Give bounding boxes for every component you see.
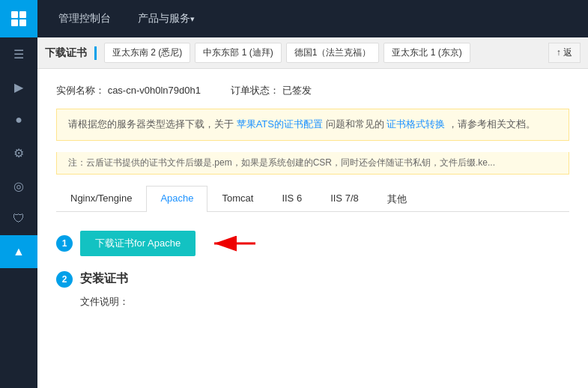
svg-rect-1	[19, 11, 26, 18]
tab-nginx[interactable]: Nginx/Tengine	[56, 186, 146, 212]
sidebar-globe[interactable]: ◎	[0, 169, 37, 202]
main-content: 实例名称： cas-cn-v0h0ln79d0h1 订单状态： 已签发 请根据您…	[37, 69, 588, 339]
svg-rect-3	[19, 19, 26, 26]
sidebar-circle[interactable]: ●	[0, 103, 37, 136]
arrow-indicator	[203, 232, 263, 255]
notice-text-end: ，请参考相关文档。	[448, 118, 536, 130]
step2-header: 2 安装证书	[56, 271, 569, 288]
notice-link-format[interactable]: 证书格式转换	[387, 118, 445, 130]
svg-rect-0	[11, 11, 18, 18]
shield-icon: 🛡	[13, 212, 25, 225]
sidebar: ☰ ▶ ● ⚙ ◎ 🛡 ▲	[0, 0, 37, 388]
instance-info: 实例名称： cas-cn-v0h0ln79d0h1 订单状态： 已签发	[56, 84, 569, 97]
step2-number: 2	[56, 271, 73, 288]
sidebar-active[interactable]: ▲	[0, 235, 37, 268]
sidebar-settings[interactable]: ⚙	[0, 136, 37, 169]
step1-header: 1 下载证书for Apache	[56, 231, 569, 256]
download-button[interactable]: 下载证书for Apache	[80, 231, 196, 256]
sub-header: 下载证书 亚太东南 2 (悉尼) 中东东部 1 (迪拜) 德国1（法兰克福） 亚…	[37, 37, 588, 69]
region-tab-tokyo[interactable]: 亚太东北 1 (东京)	[384, 43, 470, 63]
step2-section: 2 安装证书 文件说明：	[56, 271, 569, 309]
sidebar-menu[interactable]: ☰	[0, 37, 37, 70]
back-button[interactable]: ↑ 返	[548, 43, 581, 63]
sidebar-shield[interactable]: 🛡	[0, 202, 37, 235]
active-icon: ▲	[13, 245, 25, 258]
tab-iis78[interactable]: IIS 7/8	[316, 186, 373, 212]
logo[interactable]	[0, 0, 37, 37]
notice-text-middle: 问题和常见的	[326, 118, 384, 130]
circle-icon: ●	[15, 113, 22, 127]
tab-other[interactable]: 其他	[373, 186, 421, 212]
instance-name: 实例名称： cas-cn-v0h0ln79d0h1	[56, 84, 201, 97]
tab-iis6[interactable]: IIS 6	[267, 186, 316, 212]
notice-note: 注：云盾证书提供的证书文件后缀是.pem，如果是系统创建的CSR，同时还会伴随证…	[56, 152, 569, 175]
page-title: 下载证书	[45, 46, 97, 60]
file-desc-label: 文件说明：	[80, 295, 569, 309]
notice-link-ats[interactable]: 苹果ATS的证书配置	[237, 118, 323, 130]
order-status: 订单状态： 已签发	[231, 84, 312, 97]
content-area: 下载证书 亚太东南 2 (悉尼) 中东东部 1 (迪拜) 德国1（法兰克福） 亚…	[37, 37, 588, 388]
notice-box: 请根据您的服务器类型选择下载，关于 苹果ATS的证书配置 问题和常见的 证书格式…	[56, 109, 569, 141]
main-container: 管理控制台 产品与服务 下载证书 亚太东南 2 (悉尼) 中东东部 1 (迪拜)…	[37, 0, 588, 388]
gear-icon: ⚙	[13, 146, 24, 160]
tab-apache[interactable]: Apache	[146, 186, 207, 212]
globe-icon: ◎	[13, 179, 24, 193]
server-tabs: Nginx/Tengine Apache Tomcat IIS 6 IIS 7/…	[56, 186, 569, 212]
step1-number: 1	[56, 235, 73, 252]
step1-section: 1 下载证书for Apache	[56, 231, 569, 256]
nav-products[interactable]: 产品与服务	[132, 0, 201, 37]
arrow-right-icon: ▶	[14, 80, 23, 94]
tab-tomcat[interactable]: Tomcat	[207, 186, 267, 212]
nav-management[interactable]: 管理控制台	[52, 0, 117, 37]
region-tab-sydney[interactable]: 亚太东南 2 (悉尼)	[104, 43, 190, 63]
svg-rect-2	[11, 19, 18, 26]
sidebar-nav[interactable]: ▶	[0, 70, 37, 103]
region-tab-frankfurt[interactable]: 德国1（法兰克福）	[286, 43, 380, 63]
region-tab-dubai[interactable]: 中东东部 1 (迪拜)	[195, 43, 281, 63]
top-nav: 管理控制台 产品与服务	[37, 0, 588, 37]
step2-title: 安装证书	[80, 271, 128, 287]
notice-text-main: 请根据您的服务器类型选择下载，关于	[68, 118, 234, 130]
menu-icon: ☰	[13, 47, 24, 61]
